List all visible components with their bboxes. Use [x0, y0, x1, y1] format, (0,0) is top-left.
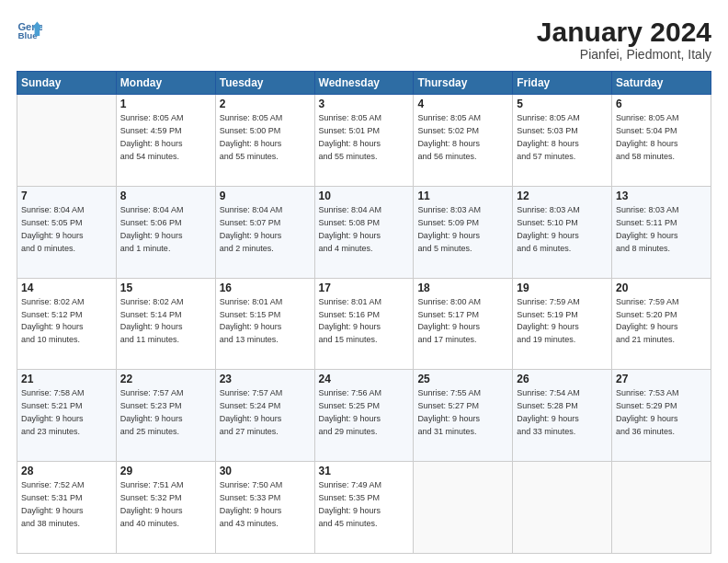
day-info: Sunrise: 7:49 AM Sunset: 5:35 PM Dayligh…	[319, 479, 410, 531]
day-number: 18	[417, 282, 508, 294]
day-info: Sunrise: 8:04 AM Sunset: 5:05 PM Dayligh…	[21, 204, 112, 256]
weekday-header-monday: Monday	[116, 72, 215, 95]
day-number: 22	[120, 373, 211, 385]
day-info: Sunrise: 7:57 AM Sunset: 5:24 PM Dayligh…	[220, 387, 311, 439]
day-info: Sunrise: 8:04 AM Sunset: 5:07 PM Dayligh…	[220, 204, 311, 256]
day-number: 11	[417, 190, 508, 202]
calendar-day-cell: 5Sunrise: 8:05 AM Sunset: 5:03 PM Daylig…	[513, 95, 612, 187]
calendar-day-cell	[612, 462, 711, 554]
day-info: Sunrise: 7:57 AM Sunset: 5:23 PM Dayligh…	[120, 387, 211, 439]
day-number: 13	[616, 190, 707, 202]
day-number: 27	[616, 373, 707, 385]
day-info: Sunrise: 7:59 AM Sunset: 5:20 PM Dayligh…	[616, 296, 707, 348]
calendar-day-cell: 6Sunrise: 8:05 AM Sunset: 5:04 PM Daylig…	[612, 95, 711, 187]
main-title: January 2024	[537, 17, 711, 47]
day-number: 14	[21, 282, 112, 294]
weekday-header-friday: Friday	[513, 72, 612, 95]
calendar-day-cell: 23Sunrise: 7:57 AM Sunset: 5:24 PM Dayli…	[215, 370, 314, 462]
calendar-table: SundayMondayTuesdayWednesdayThursdayFrid…	[17, 71, 711, 554]
calendar-day-cell: 16Sunrise: 8:01 AM Sunset: 5:15 PM Dayli…	[215, 278, 314, 370]
calendar-day-cell: 21Sunrise: 7:58 AM Sunset: 5:21 PM Dayli…	[17, 370, 117, 462]
weekday-header-tuesday: Tuesday	[215, 72, 314, 95]
day-info: Sunrise: 7:55 AM Sunset: 5:27 PM Dayligh…	[417, 387, 508, 439]
day-number: 15	[120, 282, 211, 294]
calendar-day-cell: 3Sunrise: 8:05 AM Sunset: 5:01 PM Daylig…	[314, 95, 414, 187]
day-info: Sunrise: 7:53 AM Sunset: 5:29 PM Dayligh…	[616, 387, 707, 439]
day-number: 5	[517, 98, 608, 110]
calendar-day-cell: 11Sunrise: 8:03 AM Sunset: 5:09 PM Dayli…	[414, 186, 513, 278]
weekday-header-sunday: Sunday	[17, 72, 117, 95]
day-number: 29	[120, 465, 211, 477]
weekday-header-row: SundayMondayTuesdayWednesdayThursdayFrid…	[17, 72, 711, 95]
day-number: 7	[21, 190, 112, 202]
calendar-day-cell	[17, 95, 117, 187]
day-info: Sunrise: 7:58 AM Sunset: 5:21 PM Dayligh…	[21, 387, 112, 439]
day-number: 19	[517, 282, 608, 294]
day-info: Sunrise: 8:05 AM Sunset: 5:04 PM Dayligh…	[616, 112, 707, 164]
calendar-day-cell: 13Sunrise: 8:03 AM Sunset: 5:11 PM Dayli…	[612, 186, 711, 278]
day-info: Sunrise: 8:03 AM Sunset: 5:11 PM Dayligh…	[616, 204, 707, 256]
day-number: 2	[220, 98, 311, 110]
day-info: Sunrise: 7:54 AM Sunset: 5:28 PM Dayligh…	[517, 387, 608, 439]
day-info: Sunrise: 8:02 AM Sunset: 5:14 PM Dayligh…	[120, 296, 211, 348]
calendar-day-cell: 10Sunrise: 8:04 AM Sunset: 5:08 PM Dayli…	[314, 186, 414, 278]
day-number: 4	[417, 98, 508, 110]
calendar-day-cell: 15Sunrise: 8:02 AM Sunset: 5:14 PM Dayli…	[116, 278, 215, 370]
weekday-header-saturday: Saturday	[612, 72, 711, 95]
logo: General Blue	[17, 17, 42, 42]
calendar-day-cell: 19Sunrise: 7:59 AM Sunset: 5:19 PM Dayli…	[513, 278, 612, 370]
day-info: Sunrise: 8:04 AM Sunset: 5:08 PM Dayligh…	[319, 204, 410, 256]
weekday-header-thursday: Thursday	[414, 72, 513, 95]
calendar-day-cell: 24Sunrise: 7:56 AM Sunset: 5:25 PM Dayli…	[314, 370, 414, 462]
day-info: Sunrise: 8:00 AM Sunset: 5:17 PM Dayligh…	[417, 296, 508, 348]
calendar-week-row: 21Sunrise: 7:58 AM Sunset: 5:21 PM Dayli…	[17, 370, 711, 462]
calendar-day-cell: 17Sunrise: 8:01 AM Sunset: 5:16 PM Dayli…	[314, 278, 414, 370]
day-number: 12	[517, 190, 608, 202]
day-info: Sunrise: 8:05 AM Sunset: 5:00 PM Dayligh…	[220, 112, 311, 164]
day-info: Sunrise: 8:03 AM Sunset: 5:10 PM Dayligh…	[517, 204, 608, 256]
day-info: Sunrise: 7:52 AM Sunset: 5:31 PM Dayligh…	[21, 479, 112, 531]
day-number: 23	[220, 373, 311, 385]
day-info: Sunrise: 7:51 AM Sunset: 5:32 PM Dayligh…	[120, 479, 211, 531]
calendar-week-row: 14Sunrise: 8:02 AM Sunset: 5:12 PM Dayli…	[17, 278, 711, 370]
day-info: Sunrise: 8:01 AM Sunset: 5:15 PM Dayligh…	[220, 296, 311, 348]
day-number: 8	[120, 190, 211, 202]
calendar-day-cell: 1Sunrise: 8:05 AM Sunset: 4:59 PM Daylig…	[116, 95, 215, 187]
day-number: 24	[319, 373, 410, 385]
calendar-day-cell: 14Sunrise: 8:02 AM Sunset: 5:12 PM Dayli…	[17, 278, 117, 370]
day-number: 28	[21, 465, 112, 477]
calendar-day-cell: 30Sunrise: 7:50 AM Sunset: 5:33 PM Dayli…	[215, 462, 314, 554]
day-info: Sunrise: 7:59 AM Sunset: 5:19 PM Dayligh…	[517, 296, 608, 348]
calendar-week-row: 1Sunrise: 8:05 AM Sunset: 4:59 PM Daylig…	[17, 95, 711, 187]
day-number: 26	[517, 373, 608, 385]
logo-icon: General Blue	[17, 17, 42, 42]
day-info: Sunrise: 8:05 AM Sunset: 4:59 PM Dayligh…	[120, 112, 211, 164]
day-number: 10	[319, 190, 410, 202]
calendar-day-cell: 2Sunrise: 8:05 AM Sunset: 5:00 PM Daylig…	[215, 95, 314, 187]
calendar-week-row: 7Sunrise: 8:04 AM Sunset: 5:05 PM Daylig…	[17, 186, 711, 278]
day-number: 9	[220, 190, 311, 202]
day-number: 31	[319, 465, 410, 477]
calendar-day-cell: 26Sunrise: 7:54 AM Sunset: 5:28 PM Dayli…	[513, 370, 612, 462]
day-info: Sunrise: 8:03 AM Sunset: 5:09 PM Dayligh…	[417, 204, 508, 256]
title-area: January 2024 Pianfei, Piedmont, Italy	[537, 17, 711, 62]
day-info: Sunrise: 8:05 AM Sunset: 5:01 PM Dayligh…	[319, 112, 410, 164]
header: General Blue January 2024 Pianfei, Piedm…	[17, 17, 711, 62]
calendar-day-cell: 4Sunrise: 8:05 AM Sunset: 5:02 PM Daylig…	[414, 95, 513, 187]
calendar-day-cell: 22Sunrise: 7:57 AM Sunset: 5:23 PM Dayli…	[116, 370, 215, 462]
day-number: 6	[616, 98, 707, 110]
day-number: 17	[319, 282, 410, 294]
calendar-day-cell: 12Sunrise: 8:03 AM Sunset: 5:10 PM Dayli…	[513, 186, 612, 278]
page: General Blue January 2024 Pianfei, Piedm…	[0, 0, 728, 563]
calendar-day-cell: 29Sunrise: 7:51 AM Sunset: 5:32 PM Dayli…	[116, 462, 215, 554]
calendar-day-cell	[513, 462, 612, 554]
calendar-day-cell: 20Sunrise: 7:59 AM Sunset: 5:20 PM Dayli…	[612, 278, 711, 370]
calendar-day-cell: 8Sunrise: 8:04 AM Sunset: 5:06 PM Daylig…	[116, 186, 215, 278]
calendar-day-cell: 28Sunrise: 7:52 AM Sunset: 5:31 PM Dayli…	[17, 462, 117, 554]
subtitle: Pianfei, Piedmont, Italy	[537, 47, 711, 62]
calendar-day-cell: 27Sunrise: 7:53 AM Sunset: 5:29 PM Dayli…	[612, 370, 711, 462]
calendar-day-cell: 7Sunrise: 8:04 AM Sunset: 5:05 PM Daylig…	[17, 186, 117, 278]
day-info: Sunrise: 7:50 AM Sunset: 5:33 PM Dayligh…	[220, 479, 311, 531]
day-info: Sunrise: 8:01 AM Sunset: 5:16 PM Dayligh…	[319, 296, 410, 348]
calendar-day-cell: 25Sunrise: 7:55 AM Sunset: 5:27 PM Dayli…	[414, 370, 513, 462]
